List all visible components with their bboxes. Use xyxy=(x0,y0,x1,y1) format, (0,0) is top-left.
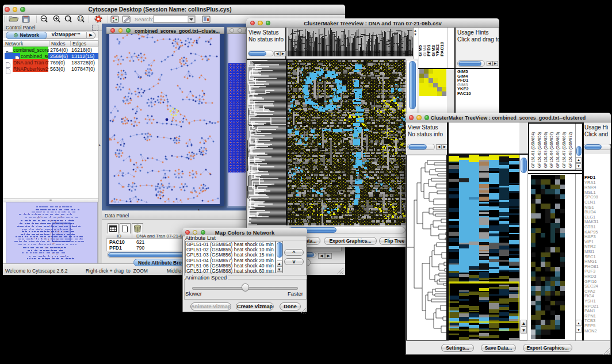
svg-text:1:1: 1:1 xyxy=(78,17,83,20)
svg-text:GPL51-02 (GSM855): GPL51-02 (GSM855) xyxy=(537,132,542,168)
svg-text:GPL51-07 (GSM868): GPL51-07 (GSM868) xyxy=(562,132,567,168)
svg-text:PAC10: PAC10 xyxy=(439,41,445,56)
svg-text:GPL51-06 (GSM865): GPL51-06 (GSM865) xyxy=(556,132,560,168)
svg-text:GPL51-03 (GSM856): GPL51-03 (GSM856) xyxy=(544,132,548,168)
svg-text:Search:: Search: xyxy=(135,16,154,22)
svg-text:GPL51-01 (GSM854): GPL51-01 (GSM854) xyxy=(531,132,536,168)
svg-text:GPL51-08 (GSM872): GPL51-08 (GSM872) xyxy=(568,132,573,168)
svg-text:GPL51-04 (GSM857): GPL51-04 (GSM857) xyxy=(549,132,554,168)
